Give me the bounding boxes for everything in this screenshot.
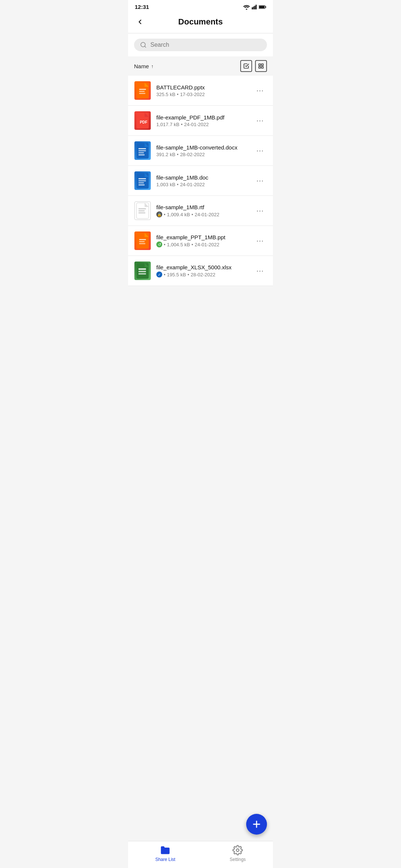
- battery-icon: [259, 5, 266, 9]
- svg-rect-27: [138, 154, 145, 155]
- svg-rect-6: [265, 6, 266, 7]
- svg-rect-30: [138, 178, 146, 180]
- svg-rect-41: [139, 239, 146, 240]
- view-toggle: [240, 60, 267, 72]
- file-icon-rtf: [134, 201, 151, 220]
- svg-rect-3: [254, 6, 255, 9]
- file-info: file_example_PPT_1MB.ppt ↺ • 1,004.5 kB …: [156, 234, 248, 247]
- svg-rect-17: [139, 91, 145, 92]
- svg-rect-31: [138, 180, 146, 181]
- svg-rect-42: [139, 241, 145, 242]
- search-container: [128, 33, 273, 56]
- svg-rect-18: [139, 93, 146, 94]
- file-item[interactable]: file_example_PPT_1MB.ppt ↺ • 1,004.5 kB …: [128, 226, 273, 256]
- search-icon: [140, 42, 147, 48]
- svg-rect-2: [253, 6, 254, 9]
- file-item[interactable]: file-sample_1MB-converted.docx 391.2 kB …: [128, 136, 273, 166]
- svg-rect-36: [138, 208, 146, 210]
- status-icons: [243, 4, 266, 10]
- file-item[interactable]: PDF file-example_PDF_1MB.pdf 1,017.7 kB …: [128, 106, 273, 136]
- file-icon-pptx: [134, 81, 151, 100]
- file-icon-docx: [134, 141, 151, 160]
- search-bar[interactable]: [134, 39, 267, 51]
- file-meta: 391.2 kB • 28-02-2022: [156, 152, 248, 157]
- file-item[interactable]: file_example_XLSX_5000.xlsx ✓ • 195.5 kB…: [128, 256, 273, 286]
- list-view-button[interactable]: [240, 60, 252, 72]
- file-icon-ppt: [134, 231, 151, 250]
- file-info: file-example_PDF_1MB.pdf 1,017.7 kB • 24…: [156, 114, 248, 127]
- file-info: file-sample_1MB.rtf 🔒 • 1,009.4 kB • 24-…: [156, 204, 248, 217]
- svg-rect-25: [138, 150, 146, 151]
- svg-rect-13: [261, 66, 263, 68]
- signal-icon: [252, 4, 257, 10]
- more-options-button[interactable]: ⋯: [253, 113, 267, 128]
- lock-status-icon: 🔒: [156, 211, 162, 217]
- search-input[interactable]: [150, 42, 261, 48]
- file-name: file_example_XLSX_5000.xlsx: [156, 264, 248, 270]
- file-meta: ✓ • 195.5 kB • 28-02-2022: [156, 272, 248, 277]
- file-icon-wrap: [134, 231, 151, 250]
- file-icon-doc: [134, 171, 151, 190]
- file-meta: ↺ • 1,004.5 kB • 24-01-2022: [156, 241, 248, 247]
- file-info: BATTLECARD.pptx 325.5 kB • 17-03-2022: [156, 84, 248, 97]
- file-item[interactable]: BATTLECARD.pptx 325.5 kB • 17-03-2022 ⋯: [128, 76, 273, 106]
- svg-rect-33: [138, 184, 145, 185]
- more-options-button[interactable]: ⋯: [253, 173, 267, 188]
- svg-rect-47: [138, 271, 146, 272]
- status-bar: 12:31: [128, 0, 273, 12]
- check-status-icon: ✓: [156, 272, 162, 277]
- file-meta: 325.5 kB • 17-03-2022: [156, 92, 248, 97]
- more-options-button[interactable]: ⋯: [253, 203, 267, 218]
- svg-rect-26: [138, 152, 144, 154]
- more-options-button[interactable]: ⋯: [253, 143, 267, 158]
- file-icon-wrap: [134, 141, 151, 160]
- file-meta: 🔒 • 1,009.4 kB • 24-01-2022: [156, 211, 248, 217]
- svg-rect-1: [252, 7, 253, 9]
- file-item[interactable]: file-sample_1MB.doc 1,003 kB • 24-01-202…: [128, 166, 273, 196]
- svg-line-9: [144, 46, 146, 47]
- svg-rect-48: [138, 273, 146, 274]
- more-options-button[interactable]: ⋯: [253, 83, 267, 98]
- file-info: file_example_XLSX_5000.xlsx ✓ • 195.5 kB…: [156, 264, 248, 277]
- checkbox-list-icon: [243, 63, 249, 69]
- svg-rect-12: [259, 66, 261, 68]
- more-options-button[interactable]: ⋯: [253, 233, 267, 248]
- svg-rect-11: [261, 64, 263, 66]
- file-name: file-sample_1MB.rtf: [156, 204, 248, 210]
- wifi-icon: [243, 4, 250, 10]
- file-name: file-example_PDF_1MB.pdf: [156, 114, 248, 121]
- file-info: file-sample_1MB.doc 1,003 kB • 24-01-202…: [156, 174, 248, 187]
- file-meta: 1,017.7 kB • 24-01-2022: [156, 122, 248, 127]
- status-time: 12:31: [135, 4, 149, 10]
- svg-rect-38: [138, 213, 145, 214]
- svg-rect-43: [139, 243, 146, 244]
- file-icon-wrap: [134, 171, 151, 190]
- svg-rect-24: [138, 148, 146, 149]
- file-item[interactable]: file-sample_1MB.rtf 🔒 • 1,009.4 kB • 24-…: [128, 196, 273, 226]
- svg-rect-32: [138, 183, 144, 184]
- svg-text:PDF: PDF: [140, 120, 147, 124]
- file-name: file_example_PPT_1MB.ppt: [156, 234, 248, 240]
- file-meta: 1,003 kB • 24-01-2022: [156, 182, 248, 187]
- file-icon-wrap: PDF: [134, 111, 151, 130]
- file-icon-wrap: [134, 261, 151, 280]
- file-icon-wrap: [134, 81, 151, 100]
- svg-rect-10: [259, 64, 261, 66]
- header: Documents: [128, 12, 273, 33]
- grid-view-button[interactable]: [255, 60, 267, 72]
- page-title: Documents: [146, 17, 255, 27]
- more-options-button[interactable]: ⋯: [253, 263, 267, 278]
- grid-icon: [258, 63, 264, 69]
- file-list: BATTLECARD.pptx 325.5 kB • 17-03-2022 ⋯ …: [128, 76, 273, 286]
- file-name: BATTLECARD.pptx: [156, 84, 248, 91]
- svg-rect-16: [139, 89, 146, 90]
- file-name: file-sample_1MB.doc: [156, 174, 248, 181]
- svg-rect-46: [138, 269, 146, 270]
- file-icon-xlsx: [134, 262, 151, 280]
- file-icon-wrap: [134, 201, 151, 220]
- back-button[interactable]: [134, 16, 146, 28]
- file-info: file-sample_1MB-converted.docx 391.2 kB …: [156, 144, 248, 157]
- file-icon-pdf: PDF: [134, 111, 151, 130]
- sort-label[interactable]: Name ↑: [134, 63, 154, 69]
- sort-bar: Name ↑: [128, 56, 273, 76]
